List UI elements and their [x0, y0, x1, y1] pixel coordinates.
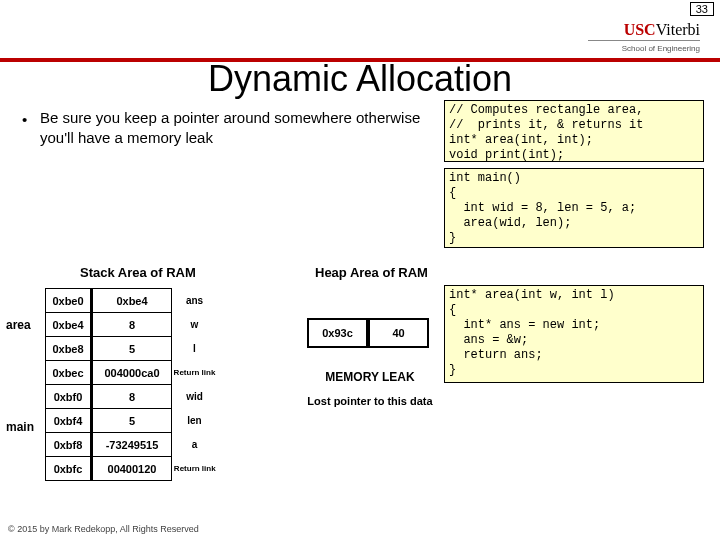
stack-lbl: l [172, 337, 218, 361]
code-decl: // Computes rectangle area, // prints it… [444, 100, 704, 162]
stack-addr: 0xbec [46, 361, 92, 385]
stack-lbl: w [172, 313, 218, 337]
stack-lbl: Return link [172, 457, 218, 481]
stack-addr: 0xbe8 [46, 337, 92, 361]
table-row: 0xbf4 5 len [46, 409, 218, 433]
table-row: 0xbfc 00400120 Return link [46, 457, 218, 481]
stack-val: -73249515 [92, 433, 172, 457]
stack-val: 5 [92, 337, 172, 361]
logo-viterbi: Viterbi [656, 21, 700, 38]
bullet-text: • Be sure you keep a pointer around some… [40, 108, 435, 149]
heap-addr: 0x93c [308, 319, 368, 347]
table-row: 0xbf0 8 wid [46, 385, 218, 409]
memory-leak-label: MEMORY LEAK [310, 370, 430, 384]
area-frame-label: area [6, 318, 31, 332]
stack-val: 00400120 [92, 457, 172, 481]
stack-lbl: ans [172, 289, 218, 313]
code-main: int main() { int wid = 8, len = 5, a; ar… [444, 168, 704, 248]
main-frame-label: main [6, 420, 34, 434]
heap-heading: Heap Area of RAM [315, 265, 428, 280]
heap-val: 40 [368, 319, 428, 347]
table-row: 0xbe8 5 l [46, 337, 218, 361]
logo-rule [588, 40, 700, 41]
stack-lbl: len [172, 409, 218, 433]
stack-val: 004000ca0 [92, 361, 172, 385]
logo-usc: USC [624, 21, 656, 38]
stack-val: 8 [92, 313, 172, 337]
logo-school: School of Engineering [622, 44, 700, 53]
stack-addr: 0xbe4 [46, 313, 92, 337]
slide-title: Dynamic Allocation [0, 58, 720, 100]
table-row: 0xbf8 -73249515 a [46, 433, 218, 457]
bullet-content: Be sure you keep a pointer around somewh… [40, 109, 420, 146]
stack-lbl: a [172, 433, 218, 457]
table-row: 0xbe4 8 w [46, 313, 218, 337]
stack-val: 8 [92, 385, 172, 409]
table-row: 0xbec 004000ca0 Return link [46, 361, 218, 385]
copyright-footer: © 2015 by Mark Redekopp, All Rights Rese… [8, 524, 199, 534]
stack-val: 0xbe4 [92, 289, 172, 313]
stack-heading: Stack Area of RAM [80, 265, 196, 280]
page-number: 33 [690, 2, 714, 16]
heap-table: 0x93c 40 [307, 318, 429, 348]
stack-addr: 0xbf4 [46, 409, 92, 433]
stack-val: 5 [92, 409, 172, 433]
bullet-dot: • [22, 110, 27, 130]
table-row: 0xbe0 0xbe4 ans [46, 289, 218, 313]
stack-lbl: wid [172, 385, 218, 409]
lost-pointer-label: Lost pointer to this data [295, 395, 445, 407]
logo-block: USCViterbi [624, 20, 700, 39]
stack-addr: 0xbe0 [46, 289, 92, 313]
stack-addr: 0xbf0 [46, 385, 92, 409]
stack-lbl: Return link [172, 361, 218, 385]
stack-addr: 0xbfc [46, 457, 92, 481]
code-area: int* area(int w, int l) { int* ans = new… [444, 285, 704, 383]
table-row: 0x93c 40 [308, 319, 428, 347]
stack-addr: 0xbf8 [46, 433, 92, 457]
stack-table: 0xbe0 0xbe4 ans 0xbe4 8 w 0xbe8 5 l 0xbe… [45, 288, 218, 481]
